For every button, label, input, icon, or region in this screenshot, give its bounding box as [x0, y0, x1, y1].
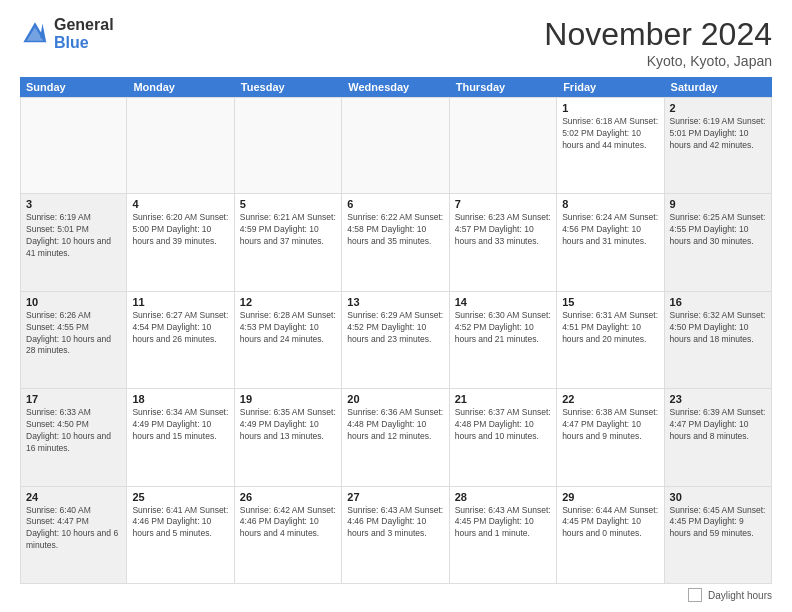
calendar-cell: 5Sunrise: 6:21 AM Sunset: 4:59 PM Daylig…: [235, 194, 342, 290]
day-info: Sunrise: 6:24 AM Sunset: 4:56 PM Dayligh…: [562, 212, 658, 248]
day-info: Sunrise: 6:26 AM Sunset: 4:55 PM Dayligh…: [26, 310, 121, 358]
logo: General Blue: [20, 16, 114, 51]
day-info: Sunrise: 6:33 AM Sunset: 4:50 PM Dayligh…: [26, 407, 121, 455]
calendar-cell: 19Sunrise: 6:35 AM Sunset: 4:49 PM Dayli…: [235, 389, 342, 485]
day-info: Sunrise: 6:34 AM Sunset: 4:49 PM Dayligh…: [132, 407, 228, 443]
calendar-cell: 28Sunrise: 6:43 AM Sunset: 4:45 PM Dayli…: [450, 487, 557, 583]
calendar-cell: 25Sunrise: 6:41 AM Sunset: 4:46 PM Dayli…: [127, 487, 234, 583]
calendar-row: 10Sunrise: 6:26 AM Sunset: 4:55 PM Dayli…: [20, 292, 772, 389]
day-number: 28: [455, 491, 551, 503]
day-info: Sunrise: 6:23 AM Sunset: 4:57 PM Dayligh…: [455, 212, 551, 248]
weekday-header: Monday: [127, 77, 234, 97]
calendar-cell: 26Sunrise: 6:42 AM Sunset: 4:46 PM Dayli…: [235, 487, 342, 583]
day-number: 22: [562, 393, 658, 405]
day-info: Sunrise: 6:21 AM Sunset: 4:59 PM Dayligh…: [240, 212, 336, 248]
day-info: Sunrise: 6:43 AM Sunset: 4:46 PM Dayligh…: [347, 505, 443, 541]
calendar-cell: 11Sunrise: 6:27 AM Sunset: 4:54 PM Dayli…: [127, 292, 234, 388]
calendar-cell: 18Sunrise: 6:34 AM Sunset: 4:49 PM Dayli…: [127, 389, 234, 485]
day-info: Sunrise: 6:45 AM Sunset: 4:45 PM Dayligh…: [670, 505, 766, 541]
day-number: 13: [347, 296, 443, 308]
day-info: Sunrise: 6:39 AM Sunset: 4:47 PM Dayligh…: [670, 407, 766, 443]
header: General Blue November 2024 Kyoto, Kyoto,…: [20, 16, 772, 69]
calendar-cell: 1Sunrise: 6:18 AM Sunset: 5:02 PM Daylig…: [557, 98, 664, 193]
day-info: Sunrise: 6:44 AM Sunset: 4:45 PM Dayligh…: [562, 505, 658, 541]
calendar-cell: 13Sunrise: 6:29 AM Sunset: 4:52 PM Dayli…: [342, 292, 449, 388]
weekday-header: Saturday: [665, 77, 772, 97]
logo-general: General: [54, 16, 114, 34]
day-info: Sunrise: 6:41 AM Sunset: 4:46 PM Dayligh…: [132, 505, 228, 541]
day-info: Sunrise: 6:27 AM Sunset: 4:54 PM Dayligh…: [132, 310, 228, 346]
day-number: 6: [347, 198, 443, 210]
day-info: Sunrise: 6:28 AM Sunset: 4:53 PM Dayligh…: [240, 310, 336, 346]
page: General Blue November 2024 Kyoto, Kyoto,…: [0, 0, 792, 612]
calendar-body: 1Sunrise: 6:18 AM Sunset: 5:02 PM Daylig…: [20, 97, 772, 584]
calendar-cell: [450, 98, 557, 193]
legend-box: [688, 588, 702, 602]
calendar-cell: 6Sunrise: 6:22 AM Sunset: 4:58 PM Daylig…: [342, 194, 449, 290]
day-info: Sunrise: 6:36 AM Sunset: 4:48 PM Dayligh…: [347, 407, 443, 443]
weekday-header: Sunday: [20, 77, 127, 97]
day-number: 30: [670, 491, 766, 503]
calendar-cell: 14Sunrise: 6:30 AM Sunset: 4:52 PM Dayli…: [450, 292, 557, 388]
day-info: Sunrise: 6:20 AM Sunset: 5:00 PM Dayligh…: [132, 212, 228, 248]
calendar-cell: 15Sunrise: 6:31 AM Sunset: 4:51 PM Dayli…: [557, 292, 664, 388]
day-info: Sunrise: 6:19 AM Sunset: 5:01 PM Dayligh…: [670, 116, 766, 152]
legend-label: Daylight hours: [708, 590, 772, 601]
logo-blue: Blue: [54, 34, 114, 52]
calendar-cell: [235, 98, 342, 193]
day-number: 10: [26, 296, 121, 308]
calendar-cell: 30Sunrise: 6:45 AM Sunset: 4:45 PM Dayli…: [665, 487, 772, 583]
calendar-cell: 3Sunrise: 6:19 AM Sunset: 5:01 PM Daylig…: [20, 194, 127, 290]
calendar-cell: 4Sunrise: 6:20 AM Sunset: 5:00 PM Daylig…: [127, 194, 234, 290]
footer: Daylight hours: [20, 584, 772, 602]
day-info: Sunrise: 6:22 AM Sunset: 4:58 PM Dayligh…: [347, 212, 443, 248]
calendar-cell: 24Sunrise: 6:40 AM Sunset: 4:47 PM Dayli…: [20, 487, 127, 583]
day-info: Sunrise: 6:32 AM Sunset: 4:50 PM Dayligh…: [670, 310, 766, 346]
day-info: Sunrise: 6:30 AM Sunset: 4:52 PM Dayligh…: [455, 310, 551, 346]
logo-text: General Blue: [54, 16, 114, 51]
day-info: Sunrise: 6:40 AM Sunset: 4:47 PM Dayligh…: [26, 505, 121, 553]
day-number: 21: [455, 393, 551, 405]
calendar-cell: 20Sunrise: 6:36 AM Sunset: 4:48 PM Dayli…: [342, 389, 449, 485]
calendar-cell: 21Sunrise: 6:37 AM Sunset: 4:48 PM Dayli…: [450, 389, 557, 485]
day-number: 3: [26, 198, 121, 210]
calendar-cell: 22Sunrise: 6:38 AM Sunset: 4:47 PM Dayli…: [557, 389, 664, 485]
day-info: Sunrise: 6:29 AM Sunset: 4:52 PM Dayligh…: [347, 310, 443, 346]
day-number: 9: [670, 198, 766, 210]
day-number: 8: [562, 198, 658, 210]
calendar-cell: 23Sunrise: 6:39 AM Sunset: 4:47 PM Dayli…: [665, 389, 772, 485]
calendar-cell: 8Sunrise: 6:24 AM Sunset: 4:56 PM Daylig…: [557, 194, 664, 290]
day-info: Sunrise: 6:35 AM Sunset: 4:49 PM Dayligh…: [240, 407, 336, 443]
calendar-cell: [342, 98, 449, 193]
calendar-cell: [127, 98, 234, 193]
day-number: 1: [562, 102, 658, 114]
day-info: Sunrise: 6:31 AM Sunset: 4:51 PM Dayligh…: [562, 310, 658, 346]
calendar-cell: 27Sunrise: 6:43 AM Sunset: 4:46 PM Dayli…: [342, 487, 449, 583]
day-info: Sunrise: 6:18 AM Sunset: 5:02 PM Dayligh…: [562, 116, 658, 152]
day-number: 29: [562, 491, 658, 503]
day-number: 25: [132, 491, 228, 503]
day-number: 17: [26, 393, 121, 405]
day-info: Sunrise: 6:25 AM Sunset: 4:55 PM Dayligh…: [670, 212, 766, 248]
weekday-header: Wednesday: [342, 77, 449, 97]
calendar-row: 17Sunrise: 6:33 AM Sunset: 4:50 PM Dayli…: [20, 389, 772, 486]
weekday-header: Tuesday: [235, 77, 342, 97]
month-title: November 2024: [544, 16, 772, 53]
day-number: 24: [26, 491, 121, 503]
calendar-cell: [20, 98, 127, 193]
day-info: Sunrise: 6:42 AM Sunset: 4:46 PM Dayligh…: [240, 505, 336, 541]
day-number: 18: [132, 393, 228, 405]
day-number: 12: [240, 296, 336, 308]
day-number: 2: [670, 102, 766, 114]
day-number: 7: [455, 198, 551, 210]
day-number: 23: [670, 393, 766, 405]
day-number: 11: [132, 296, 228, 308]
day-number: 14: [455, 296, 551, 308]
calendar-header: SundayMondayTuesdayWednesdayThursdayFrid…: [20, 77, 772, 97]
day-number: 27: [347, 491, 443, 503]
location: Kyoto, Kyoto, Japan: [544, 53, 772, 69]
day-number: 26: [240, 491, 336, 503]
day-info: Sunrise: 6:43 AM Sunset: 4:45 PM Dayligh…: [455, 505, 551, 541]
calendar-cell: 10Sunrise: 6:26 AM Sunset: 4:55 PM Dayli…: [20, 292, 127, 388]
calendar-cell: 17Sunrise: 6:33 AM Sunset: 4:50 PM Dayli…: [20, 389, 127, 485]
